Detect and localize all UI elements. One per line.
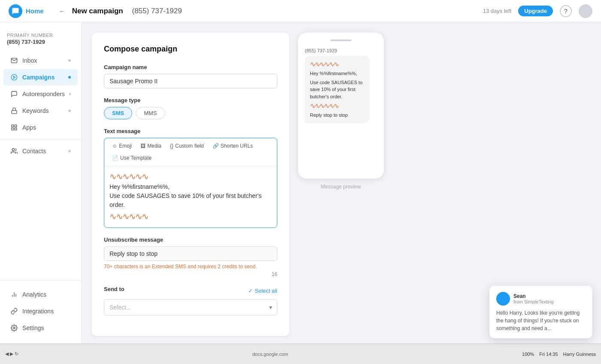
custom-field-button[interactable]: {} Custom field [167, 142, 206, 150]
emoji-button[interactable]: ☺ Emoji [109, 142, 134, 150]
apps-icon [10, 124, 18, 131]
emoji-icon: ☺ [112, 143, 117, 149]
custom-field-label: Custom field [175, 143, 204, 149]
inbox-label: Inbox [22, 57, 37, 64]
trial-text: 13 days left [483, 8, 512, 14]
emoji-label: Emoji [119, 143, 132, 149]
custom-field-icon: {} [170, 143, 173, 149]
svg-point-11 [13, 327, 15, 329]
keywords-label: Keywords [22, 107, 49, 114]
preview-line2: Use code SAUSAGES to save 10% of your fi… [310, 79, 364, 100]
contacts-label: Contacts [22, 148, 46, 155]
os-bar-left: ◀ ▶ ↻ [5, 351, 18, 357]
campaigns-icon [10, 73, 18, 81]
send-to-select[interactable]: Select... [104, 299, 277, 315]
sidebar-item-apps[interactable]: Apps [3, 119, 78, 136]
os-bar: ◀ ▶ ↻ docs.google.com 100% Fri 14:35 Har… [0, 343, 601, 364]
preview-wave-1: ∿∿∿∿∿∿ [310, 60, 364, 68]
svg-rect-6 [15, 128, 17, 130]
select-all-button[interactable]: ✓ Select all [248, 288, 277, 294]
back-arrow: ← [59, 8, 65, 15]
text-message-container: ☺ Emoji 🖼 Media {} Custom field [104, 138, 277, 228]
unsubscribe-field: Unsubscribe message 70+ characters is an… [104, 237, 277, 277]
analytics-label: Analytics [22, 291, 46, 298]
media-icon: 🖼 [140, 143, 146, 149]
sidebar-item-analytics[interactable]: Analytics [3, 286, 78, 303]
contacts-badge [68, 150, 71, 152]
preview-section: (855) 737-1929 ∿∿∿∿∿∿ Hey %%firstname%%,… [298, 33, 384, 333]
app-logo[interactable]: Home [9, 4, 44, 18]
preview-bubble: ∿∿∿∿∿∿ Hey %%firstname%%, Use code SAUSA… [305, 56, 370, 123]
sidebar-item-inbox[interactable]: Inbox [3, 52, 78, 69]
svg-point-7 [12, 149, 14, 151]
compose-card: Compose campaign Campaign name Message t… [92, 33, 289, 336]
sidebar-item-campaigns[interactable]: Campaigns [3, 69, 78, 85]
url-bar[interactable]: docs.google.com [252, 352, 288, 357]
card-title: Compose campaign [104, 45, 277, 54]
send-to-header: Send to ✓ Select all [104, 286, 277, 296]
autoresponders-badge [69, 93, 71, 95]
preview-wave-2: ∿∿∿∿∿∿ [310, 102, 364, 110]
zoom-level: 100% [522, 352, 534, 357]
upgrade-button[interactable]: Upgrade [518, 6, 553, 16]
analytics-icon [10, 291, 18, 298]
warning-text: 70+ characters is an Extended SMS and re… [104, 264, 277, 270]
message-type-group: SMS MMS [104, 107, 277, 119]
shorten-urls-button[interactable]: 🔗 Shorten URLs [210, 142, 255, 150]
home-label: Home [26, 7, 44, 15]
sidebar-item-keywords[interactable]: Keywords [3, 103, 78, 119]
campaign-name-input[interactable] [104, 74, 277, 88]
keywords-badge [68, 109, 71, 112]
chat-company: from SimpleTexting [513, 299, 554, 304]
text-message-content[interactable]: ∿∿∿∿∿∿ Hey %%firstname%%, Use code SAUSA… [104, 166, 277, 228]
sidebar-item-autoresponders[interactable]: Autoresponders [3, 86, 78, 102]
topbar: Home ← New campaign (855) 737-1929 13 da… [0, 0, 601, 22]
campaigns-label: Campaigns [22, 74, 55, 81]
settings-icon [10, 324, 18, 332]
sidebar-item-settings[interactable]: Settings [3, 320, 78, 336]
svg-rect-4 [15, 125, 17, 127]
text-toolbar: ☺ Emoji 🖼 Media {} Custom field [104, 138, 277, 166]
shorten-urls-label: Shorten URLs [221, 143, 253, 149]
text-message-field: Text message ☺ Emoji 🖼 Media [104, 128, 277, 228]
svg-marker-1 [14, 76, 15, 78]
datetime: Fri 14:35 [539, 352, 558, 357]
select-all-label: Select all [255, 288, 277, 294]
campaign-name-label: Campaign name [104, 64, 277, 70]
avatar[interactable] [579, 4, 592, 18]
use-template-button[interactable]: 📄 Use Template [109, 154, 154, 162]
send-to-label: Send to [104, 286, 124, 292]
primary-number-value: (855) 737-1929 [7, 39, 74, 45]
chat-name: Sean [513, 293, 554, 299]
sms-button[interactable]: SMS [104, 107, 132, 119]
phone-mockup: (855) 737-1929 ∿∿∿∿∿∿ Hey %%firstname%%,… [298, 33, 384, 179]
media-label: Media [147, 143, 161, 149]
os-bar-middle: docs.google.com [18, 352, 522, 357]
sidebar-item-integrations[interactable]: Integrations [3, 303, 78, 319]
message-type-field: Message type SMS MMS [104, 97, 277, 119]
chat-popup[interactable]: Sean from SimpleTexting Hello Harry, Loo… [489, 286, 592, 338]
message-type-label: Message type [104, 97, 277, 103]
unsubscribe-input[interactable] [104, 246, 277, 261]
username: Harry Guinness [563, 352, 596, 357]
sidebar: Primary number (855) 737-1929 Inbox Camp… [0, 22, 82, 343]
preview-reply-stop: Reply stop to stop [310, 112, 364, 119]
primary-number-label: Primary number [7, 33, 74, 38]
media-button[interactable]: 🖼 Media [138, 142, 164, 150]
preview-label: Message preview [298, 184, 384, 190]
chat-popup-header: Sean from SimpleTexting [496, 292, 586, 306]
back-button[interactable]: ← [59, 8, 65, 15]
mms-button[interactable]: MMS [136, 107, 165, 119]
settings-label: Settings [22, 325, 44, 331]
campaign-name-field: Campaign name [104, 64, 277, 88]
sidebar-item-contacts[interactable]: Contacts [3, 143, 78, 159]
inbox-icon [10, 57, 18, 64]
sidebar-bottom: Analytics Integrations Settings [0, 280, 81, 337]
svg-rect-2 [12, 110, 17, 113]
autoresponders-icon [10, 90, 18, 98]
keywords-icon [10, 107, 18, 115]
help-button[interactable]: ? [560, 5, 572, 17]
browser-controls: ◀ ▶ ↻ [5, 351, 18, 357]
phone-notch [330, 39, 352, 41]
svg-point-0 [11, 74, 17, 80]
